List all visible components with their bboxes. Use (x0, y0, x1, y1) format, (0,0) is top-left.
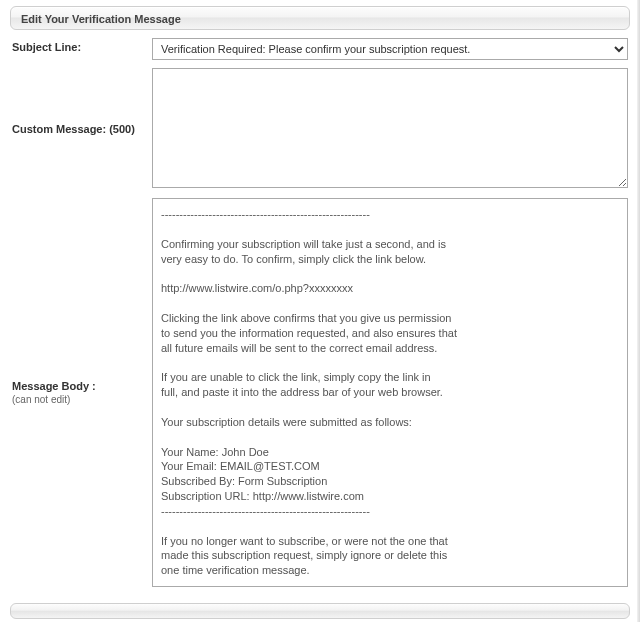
message-body-line (161, 296, 619, 311)
message-body-line (161, 519, 619, 534)
message-body-line: Subscribed By: Form Subscription (161, 474, 619, 489)
panel-title: Edit Your Verification Message (21, 13, 181, 25)
message-body-readonly: ----------------------------------------… (152, 198, 628, 587)
separator-bar (10, 603, 630, 619)
message-body-line: ----------------------------------------… (161, 504, 619, 519)
message-body-line: Clicking the link above confirms that yo… (161, 311, 619, 326)
message-body-line: one time verification message. (161, 563, 619, 578)
message-body-line: Your Name: John Doe (161, 445, 619, 460)
message-body-line: Confirming your subscription will take j… (161, 237, 619, 252)
message-body-line: Your subscription details were submitted… (161, 415, 619, 430)
message-body-line (161, 430, 619, 445)
message-body-label: Message Body : (12, 380, 96, 392)
message-body-line: If you are unable to click the link, sim… (161, 370, 619, 385)
verification-form: Subject Line: Verification Required: Ple… (10, 30, 630, 597)
message-body-label-col: Message Body : (can not edit) (12, 380, 152, 405)
custom-message-label: Custom Message: (500) (12, 123, 152, 135)
message-body-line: made this subscription request, simply i… (161, 548, 619, 563)
panel-header: Edit Your Verification Message (10, 6, 630, 30)
message-body-line: http://www.listwire.com/o.php?xxxxxxxx (161, 281, 619, 296)
subject-label: Subject Line: (12, 38, 152, 53)
message-body-line: to send you the information requested, a… (161, 326, 619, 341)
custom-message-row: Custom Message: (500) (12, 68, 628, 190)
message-body-line: Your Email: EMAIL@TEST.COM (161, 459, 619, 474)
custom-message-textarea[interactable] (152, 68, 628, 188)
message-body-line: very easy to do. To confirm, simply clic… (161, 252, 619, 267)
message-body-line (161, 400, 619, 415)
message-body-line: all future emails will be sent to the co… (161, 341, 619, 356)
message-body-line: Subscription URL: http://www.listwire.co… (161, 489, 619, 504)
message-body-line: ----------------------------------------… (161, 207, 619, 222)
message-body-line (161, 355, 619, 370)
subject-select[interactable]: Verification Required: Please confirm yo… (152, 38, 628, 60)
message-body-line: full, and paste it into the address bar … (161, 385, 619, 400)
message-body-line (161, 266, 619, 281)
message-body-line: If you no longer want to subscribe, or w… (161, 534, 619, 549)
message-body-line (161, 222, 619, 237)
subject-row: Subject Line: Verification Required: Ple… (12, 38, 628, 60)
message-body-row: Message Body : (can not edit) ----------… (12, 198, 628, 587)
message-body-sublabel: (can not edit) (12, 394, 146, 405)
